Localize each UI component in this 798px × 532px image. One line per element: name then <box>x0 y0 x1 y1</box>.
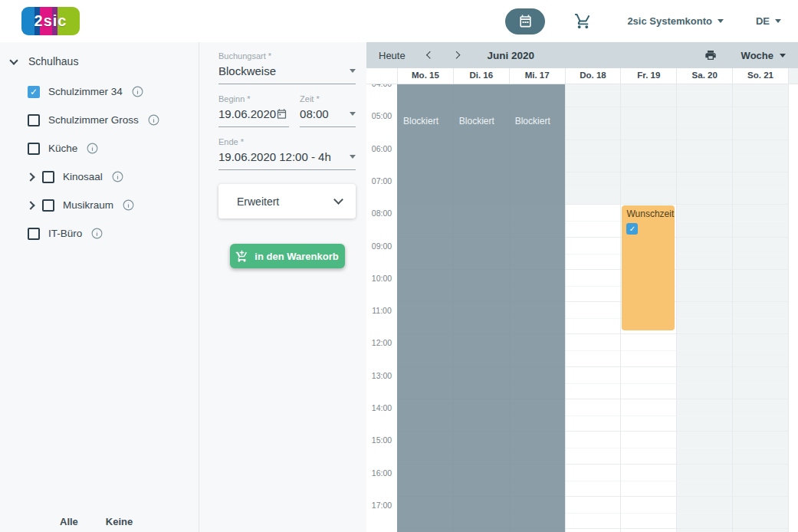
select-all-button[interactable]: Alle <box>60 516 78 527</box>
print-button[interactable] <box>704 49 717 61</box>
time-label: Zeit * <box>300 94 356 103</box>
info-icon[interactable] <box>147 113 160 126</box>
end-group: Ende * 19.06.2020 12:00 - 4h <box>218 137 356 170</box>
day-column-border <box>620 84 621 532</box>
calendar-nav <box>427 52 460 57</box>
end-select[interactable]: 19.06.2020 12:00 - 4h <box>218 150 356 170</box>
checkbox-checked[interactable] <box>28 86 40 98</box>
booking-type-label: Buchungsart * <box>218 51 356 61</box>
chevron-left-icon[interactable] <box>425 51 433 59</box>
hour-label: 06:00 <box>366 144 397 153</box>
checkbox-unchecked[interactable] <box>42 199 54 212</box>
blocked-region-mo-15: Blockiert <box>397 84 453 532</box>
info-icon[interactable] <box>122 199 135 212</box>
today-button[interactable]: Heute <box>379 50 406 61</box>
chevron-down-icon[interactable] <box>9 56 18 64</box>
begin-date-input[interactable]: 19.06.2020 <box>218 107 289 127</box>
select-none-button[interactable]: Keine <box>106 516 133 527</box>
sidebar-footer: Alle Keine <box>0 516 199 527</box>
logo-text: 2sic <box>34 12 67 30</box>
caret-down-icon <box>350 69 356 73</box>
booking-type-group: Buchungsart * Blockweise <box>218 51 356 84</box>
day-header-mi-17: Mi. 17 <box>509 68 565 84</box>
calendar-title: Juni 2020 <box>487 50 534 61</box>
sidebar-tree-items: Schulzimmer 34Schulzimmer GrossKücheKino… <box>28 77 199 248</box>
event-title: Wunschzeit <box>626 209 670 219</box>
advanced-expander[interactable]: Erweitert <box>218 184 356 218</box>
calendar-icon[interactable] <box>276 108 287 120</box>
chevron-right-icon[interactable] <box>26 172 34 181</box>
begin-date-value: 19.06.2020 <box>218 107 276 120</box>
hour-label: 16:00 <box>366 468 397 478</box>
sidebar-item-schulzimmer-gross[interactable]: Schulzimmer Gross <box>28 106 199 134</box>
checkbox-unchecked[interactable] <box>28 143 40 155</box>
day-header-end-gutter <box>788 68 798 84</box>
hour-label: 10:00 <box>366 274 397 283</box>
checkbox-unchecked[interactable] <box>28 228 40 240</box>
hour-label: 07:00 <box>366 176 397 186</box>
day-header-fr-19: Fr. 19 <box>620 68 676 84</box>
hour-label: 09:00 <box>366 241 397 251</box>
info-icon[interactable] <box>90 227 103 240</box>
hour-label: 13:00 <box>366 371 397 380</box>
day-header-mo-15: Mo. 15 <box>397 68 453 84</box>
day-header-gutter <box>366 68 397 84</box>
time-select[interactable]: 08:00 <box>300 107 356 127</box>
calendar-view-button[interactable] <box>505 8 545 34</box>
end-value: 19.06.2020 12:00 - 4h <box>218 150 350 163</box>
top-header: 2sic 2sic Systemkonto DE <box>0 0 798 42</box>
booking-type-select[interactable]: Blockweise <box>218 64 356 84</box>
blocked-label: Blockiert <box>459 116 494 126</box>
chevron-right-icon[interactable] <box>453 51 461 59</box>
calendar-panel: Heute Juni 2020 Woche Mo. 15Di. 16Mi. 17… <box>366 42 798 532</box>
caret-down-icon <box>775 19 781 23</box>
sidebar-item-kinosaal[interactable]: Kinosaal <box>28 163 199 191</box>
calendar-day-header: Mo. 15Di. 16Mi. 17Do. 18Fr. 19Sa. 20So. … <box>366 68 798 84</box>
info-icon[interactable] <box>86 142 99 155</box>
sidebar-item-label: Kinosaal <box>63 171 103 182</box>
advanced-label: Erweitert <box>237 195 279 208</box>
sidebar-item-it-b-ro[interactable]: IT-Büro <box>28 219 199 248</box>
blocked-region-mi-17: Blockiert <box>509 84 565 532</box>
checkbox-unchecked[interactable] <box>42 171 54 183</box>
sidebar-item-label: Küche <box>48 143 77 154</box>
info-icon[interactable] <box>111 170 124 183</box>
account-menu[interactable]: 2sic Systemkonto <box>627 15 724 27</box>
resource-sidebar: Schulhaus Schulzimmer 34Schulzimmer Gros… <box>0 42 199 532</box>
calendar-icon <box>518 14 533 28</box>
day-column-border <box>732 84 733 532</box>
shopping-cart-button[interactable] <box>574 12 592 30</box>
info-icon[interactable] <box>131 85 144 98</box>
end-label: Ende * <box>218 137 356 146</box>
language-menu[interactable]: DE <box>756 15 781 27</box>
calendar-toolbar: Heute Juni 2020 Woche <box>366 42 798 68</box>
sidebar-item-schulzimmer-34[interactable]: Schulzimmer 34 <box>28 77 199 106</box>
sidebar-item-k-che[interactable]: Küche <box>28 134 199 163</box>
hour-label: 17:00 <box>366 501 397 510</box>
view-select[interactable]: Woche <box>741 50 786 61</box>
sidebar-item-label: Musikraum <box>63 199 113 211</box>
booking-app-page: 2sic 2sic Systemkonto DE Schulhaus Schul… <box>0 0 798 532</box>
event-wunschzeit[interactable]: Wunschzeit <box>622 205 675 330</box>
chevron-right-icon[interactable] <box>26 201 34 209</box>
blocked-region-di-16: Blockiert <box>453 84 509 532</box>
add-to-cart-label: in den Warenkorb <box>255 251 338 262</box>
day-header-di-16: Di. 16 <box>453 68 509 84</box>
blocked-label: Blockiert <box>403 116 438 126</box>
event-checkbox[interactable] <box>626 223 638 235</box>
add-to-cart-button[interactable]: in den Warenkorb <box>230 244 345 268</box>
day-header-sa-20: Sa. 20 <box>676 68 732 84</box>
sidebar-item-musikraum[interactable]: Musikraum <box>28 191 199 219</box>
calendar-body[interactable]: 04:0005:0006:0007:0008:0009:0010:0011:00… <box>366 84 798 532</box>
begin-time-row: Beginn * 19.06.2020 Zeit * 08:00 <box>218 94 356 127</box>
sidebar-item-label: Schulzimmer Gross <box>48 114 139 126</box>
booking-form-panel: Buchungsart * Blockweise Beginn * 19.06.… <box>199 42 366 532</box>
hour-label: 05:00 <box>366 111 397 120</box>
chevron-down-icon <box>333 195 343 205</box>
hour-label: 08:00 <box>366 209 397 218</box>
sidebar-root-schulhaus[interactable]: Schulhaus <box>0 42 199 67</box>
printer-icon <box>704 49 717 61</box>
view-label: Woche <box>741 50 773 61</box>
begin-group: Beginn * 19.06.2020 <box>218 94 289 127</box>
checkbox-unchecked[interactable] <box>28 114 40 126</box>
